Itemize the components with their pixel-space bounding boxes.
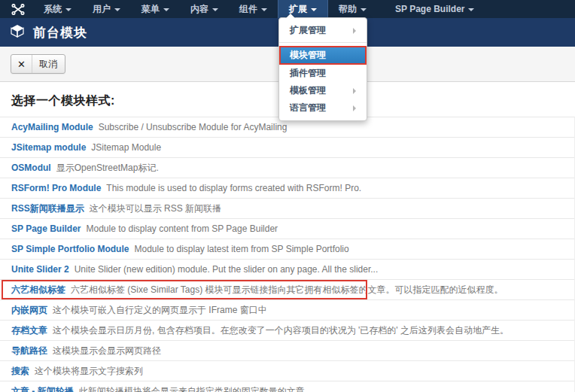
dropdown-divider [279,42,367,43]
module-row-osmodul: OSModul 显示OpenStreetMap标记. [0,158,574,178]
module-desc: Subscribe / Unsubscribe Module for AcyMa… [99,122,288,132]
module-desc: 这个模块会显示日历月份, 包含存档项目。在您改变了一个内容项目的状况为 '已存档… [53,324,509,337]
module-link[interactable]: RSForm! Pro Module [11,183,101,193]
dropdown-item-template-manager[interactable]: 模板管理 [279,82,367,99]
dropdown-item-label: 插件管理 [290,67,326,80]
menu-components[interactable]: 组件 [229,0,278,18]
module-link[interactable]: SP Simple Portfolio Module [11,244,129,254]
module-link[interactable]: SP Page Builder [11,223,81,234]
module-desc: 显示OpenStreetMap标记. [56,162,159,175]
module-type-list: AcyMailing Module Subscribe / Unsubscrib… [0,117,575,392]
module-link[interactable]: 搜索 [11,365,29,378]
dropdown-item-plugin-manager[interactable]: 插件管理 [279,65,367,82]
menu-sp-page-builder[interactable]: SP Page Builder [385,0,485,18]
module-desc: 此新闻轮播模块将会显示来自指定类别的固定数量的文章. [79,385,307,392]
dropdown-item-label: 模块管理 [290,49,326,62]
extensions-dropdown: 扩展管理 模块管理 插件管理 模板管理 语言管理 [278,17,367,121]
module-desc: JSitemap Module [91,142,161,153]
dropdown-item-label: 语言管理 [290,102,326,114]
module-link[interactable]: JSitemap module [11,142,86,153]
module-desc: 这个模块可嵌入自行定义的网页显示于 IFrame 窗口中 [53,304,267,317]
module-row-articles-newsflash: 文章 - 新闻轮播 此新闻轮播模块将会显示来自指定类别的固定数量的文章. [0,381,574,392]
module-desc: 这个模块可以显示 RSS 新闻联播 [90,202,221,215]
module-row-jsitemap: JSitemap module JSitemap Module [0,138,574,158]
menu-components-label: 组件 [239,3,257,16]
caret-down-icon [311,8,317,11]
caret-down-icon [212,8,218,11]
module-link[interactable]: 文章 - 新闻轮播 [11,385,74,392]
menu-help[interactable]: 帮助 [328,0,377,18]
dropdown-item-label: 模板管理 [290,84,326,97]
menu-content-label: 内容 [190,3,208,16]
dropdown-item-label: 扩展管理 [290,24,326,37]
cancel-button-label: 取消 [32,55,65,73]
menu-sp-page-builder-label: SP Page Builder [395,4,464,14]
module-desc: Unite Slider (new edition) module. Put t… [75,264,379,275]
menu-content[interactable]: 内容 [180,0,229,18]
module-link[interactable]: OSModul [11,163,51,173]
chevron-right-icon [353,105,356,111]
dropdown-item-language-manager[interactable]: 语言管理 [279,99,367,117]
chevron-right-icon [353,28,356,34]
module-row-iframe: 内嵌网页 这个模块可嵌入自行定义的网页显示于 IFrame 窗口中 [0,300,574,321]
module-row-search: 搜索 这个模块将显示文字搜索列 [0,361,574,381]
module-row-rss-feed: RSS新闻联播显示 这个模块可以显示 RSS 新闻联播 [0,199,574,219]
module-desc: 这个模块将显示文字搜索列 [35,365,143,378]
caret-down-icon [114,8,120,11]
module-row-breadcrumbs: 导航路径 这模块显示会显示网页路径 [0,341,574,361]
caret-down-icon [361,8,367,11]
menu-system-label: 系统 [44,3,62,16]
menu-users[interactable]: 用户 [82,0,131,18]
module-row-similar-tags: 六艺相似标签 六艺相似标签 (Sixe Similar Tags) 模块可显示链… [0,280,574,300]
module-desc: This module is used to display forms cre… [106,183,361,193]
module-row-archived-articles: 存档文章 这个模块会显示日历月份, 包含存档项目。在您改变了一个内容项目的状况为… [0,321,574,341]
caret-down-icon [261,8,267,11]
caret-down-icon [65,8,71,11]
chevron-right-icon [353,88,356,94]
dropdown-item-extension-manager[interactable]: 扩展管理 [279,22,367,39]
module-link[interactable]: 存档文章 [11,324,47,337]
module-desc: 六艺相似标签 (Sixe Similar Tags) 模块可显示链接指向其它拥有… [71,284,503,296]
module-row-unite-slider: Unite Slider 2 Unite Slider (new edition… [0,260,574,280]
module-link[interactable]: 六艺相似标签 [11,284,65,296]
cancel-button[interactable]: ✕ 取消 [11,54,65,74]
module-link[interactable]: Unite Slider 2 [11,264,69,275]
module-link[interactable]: 导航路径 [11,345,47,357]
caret-down-icon [468,8,474,11]
menu-extensions[interactable]: 扩展 扩展管理 模块管理 插件管理 模板管理 语言管理 [278,0,328,18]
page-title: 前台模块 [33,24,87,41]
joomla-logo-icon [3,0,33,18]
module-link[interactable]: AcyMailing Module [11,122,93,132]
admin-navbar: 系统 用户 菜单 内容 组件 扩展 扩展管理 模块管理 插件管理 [0,0,575,18]
menu-menus-label: 菜单 [141,3,160,16]
module-desc: 这模块显示会显示网页路径 [53,345,161,357]
menu-help-label: 帮助 [339,3,357,16]
module-row-sp-simple-portfolio: SP Simple Portfolio Module Module to dis… [0,239,574,260]
module-link[interactable]: RSS新闻联播显示 [11,202,84,215]
caret-down-icon [163,8,169,11]
module-row-rsform: RSForm! Pro Module This module is used t… [0,178,574,199]
cancel-x-icon: ✕ [11,55,32,73]
menu-users-label: 用户 [93,3,111,16]
module-desc: Module to display latest item from SP Si… [134,244,348,254]
module-cube-icon [10,23,25,41]
menu-system[interactable]: 系统 [33,0,82,18]
main-content: 选择一个模块样式: AcyMailing Module Subscribe / … [0,82,575,392]
dropdown-item-module-manager[interactable]: 模块管理 [279,46,367,65]
menu-menus[interactable]: 菜单 [131,0,180,18]
module-row-sp-page-builder: SP Page Builder Module to display conten… [0,219,574,239]
module-desc: Module to display content from SP Page B… [86,223,278,234]
module-link[interactable]: 内嵌网页 [11,304,47,317]
